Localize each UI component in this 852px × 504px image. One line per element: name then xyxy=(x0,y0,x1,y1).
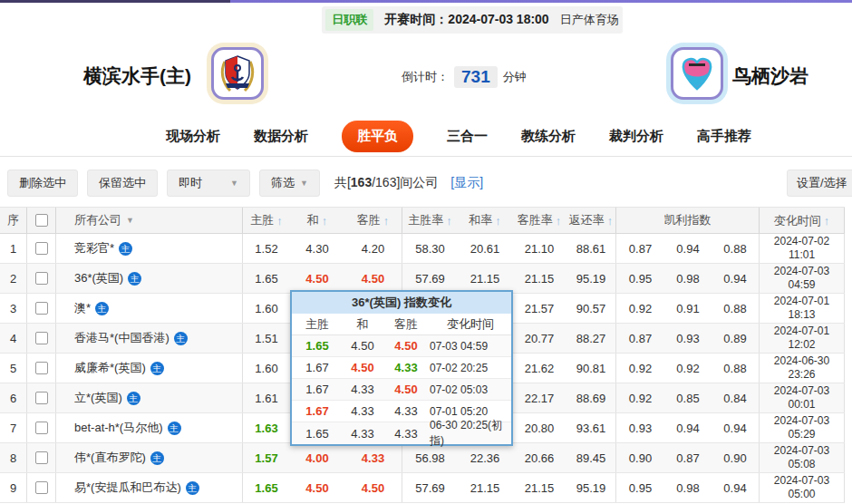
row-checkbox[interactable] xyxy=(35,332,48,344)
company-cell[interactable]: 香港马*(中国香港)主 xyxy=(56,324,243,353)
header-home-odds[interactable]: 主胜↑ xyxy=(243,208,290,233)
sort-up-icon: ↑ xyxy=(824,214,830,228)
away-rate: 21.10 xyxy=(512,234,566,263)
popup-draw-odds: 4.33 xyxy=(343,383,382,396)
home-crest-icon xyxy=(218,53,257,94)
tab-data-analysis[interactable]: 数据分析 xyxy=(254,128,308,145)
company-name[interactable]: bet-at-h*(马尔他) xyxy=(74,420,163,436)
popup-draw-odds: 4.33 xyxy=(343,427,382,441)
company-name[interactable]: 伟*(直布罗陀) xyxy=(74,450,146,466)
popup-header-draw: 和 xyxy=(343,316,382,333)
home-badge-icon: 主 xyxy=(186,481,199,495)
company-cell[interactable]: 伟*(直布罗陀)主 xyxy=(56,443,243,472)
analysis-nav: 现场分析 数据分析 胜平负 三合一 教练分析 裁判分析 高手推荐 xyxy=(0,116,852,157)
company-name[interactable]: 36*(英国) xyxy=(74,270,123,286)
header-company[interactable]: 所有公司▼ xyxy=(56,208,243,233)
company-cell[interactable]: 易*(安提瓜和巴布达)主 xyxy=(56,473,243,502)
home-team-logo xyxy=(211,47,264,100)
header-checkbox-cell xyxy=(27,208,56,233)
tab-expert-picks[interactable]: 高手推荐 xyxy=(697,128,751,145)
popup-title: 36*(英国) 指数变化 xyxy=(292,292,511,314)
return-rate: 90.57 xyxy=(566,294,616,323)
row-checkbox[interactable] xyxy=(35,481,48,494)
return-rate: 88.61 xyxy=(566,234,616,263)
tab-referee-analysis[interactable]: 裁判分析 xyxy=(609,128,663,145)
change-time: 2024-06-3023:26 xyxy=(760,354,845,383)
away-odds: 4.33 xyxy=(344,443,402,472)
row-index: 1 xyxy=(0,234,27,263)
popup-header-home: 主胜 xyxy=(292,316,343,333)
return-rate: 89.45 xyxy=(566,443,616,472)
home-odds: 1.63 xyxy=(243,413,290,442)
delete-selected-button[interactable]: 删除选中 xyxy=(7,170,78,197)
away-odds: 4.50 xyxy=(344,264,402,293)
company-cell[interactable]: bet-at-h*(马尔他)主 xyxy=(56,413,243,442)
keep-selected-button[interactable]: 保留选中 xyxy=(87,170,158,197)
row-checkbox[interactable] xyxy=(35,451,48,464)
company-filter-icon[interactable]: ▼ xyxy=(126,216,134,225)
header-away-odds[interactable]: 客胜↑ xyxy=(344,208,402,233)
sort-up-icon: ↑ xyxy=(607,214,614,228)
table-row: 8伟*(直布罗陀)主1.574.004.3356.9822.3620.6689.… xyxy=(0,443,845,473)
row-checkbox[interactable] xyxy=(35,392,48,404)
instant-dropdown[interactable]: 即时 ▼ xyxy=(167,170,250,197)
filter-dropdown[interactable]: 筛选 ▼ xyxy=(259,170,320,197)
kelly-3: 0.88 xyxy=(712,234,760,263)
change-time: 2024-07-0211:01 xyxy=(760,234,845,263)
tab-coach-analysis[interactable]: 教练分析 xyxy=(521,128,576,145)
popup-draw-odds: 4.33 xyxy=(343,404,382,418)
header-return-rate[interactable]: 返还率↑ xyxy=(566,208,616,233)
away-odds: 4.50 xyxy=(344,473,402,502)
row-checkbox[interactable] xyxy=(35,362,48,374)
kelly-2: 0.93 xyxy=(664,324,712,353)
company-cell[interactable]: 威廉希*(英国)主 xyxy=(56,354,243,383)
row-checkbox[interactable] xyxy=(35,272,48,285)
tab-win-draw-lose[interactable]: 胜平负 xyxy=(342,121,413,152)
row-checkbox[interactable] xyxy=(35,302,48,315)
header-draw-odds[interactable]: 和↑ xyxy=(290,208,344,233)
kelly-3: 0.94 xyxy=(712,413,760,442)
company-cell[interactable]: 36*(英国)主 xyxy=(56,264,243,293)
row-checkbox-cell xyxy=(27,443,56,472)
row-checkbox-cell xyxy=(27,473,56,502)
row-checkbox[interactable] xyxy=(35,422,48,434)
kelly-1: 0.87 xyxy=(616,234,664,263)
countdown-unit: 分钟 xyxy=(503,69,527,85)
company-name[interactable]: 香港马*(中国香港) xyxy=(74,330,169,346)
row-checkbox-cell xyxy=(27,264,56,293)
select-all-checkbox[interactable] xyxy=(35,214,48,227)
instant-dropdown-label: 即时 xyxy=(179,175,202,191)
company-cell[interactable]: 立*(英国)主 xyxy=(56,383,243,412)
header-seq: 序 xyxy=(0,208,27,233)
tab-live-analysis[interactable]: 现场分析 xyxy=(166,128,220,145)
company-name[interactable]: 澳* xyxy=(74,300,91,316)
tab-three-in-one[interactable]: 三合一 xyxy=(447,128,488,145)
change-time: 2024-07-0305:08 xyxy=(760,443,845,472)
popup-header: 主胜 和 客胜 变化时间 xyxy=(292,314,511,335)
header-away-rate[interactable]: 客胜率↑ xyxy=(512,208,566,233)
company-name[interactable]: 易*(安提瓜和巴布达) xyxy=(74,480,181,496)
row-checkbox-cell xyxy=(27,413,56,442)
header-home-rate[interactable]: 主胜率↑ xyxy=(402,208,458,233)
settings-select-button[interactable]: 设置/选择 xyxy=(787,170,852,197)
popup-change-time: 07-02 20:25 xyxy=(430,362,511,374)
popup-home-odds: 1.67 xyxy=(292,383,343,396)
kelly-1: 0.92 xyxy=(616,354,664,383)
draw-odds: 4.30 xyxy=(290,234,344,263)
show-link[interactable]: [显示] xyxy=(450,175,483,191)
popup-home-odds: 1.67 xyxy=(292,361,343,374)
company-name[interactable]: 竞彩官* xyxy=(74,240,114,257)
company-cell[interactable]: 澳*主 xyxy=(56,294,243,323)
draw-rate: 21.15 xyxy=(458,473,512,502)
away-rate: 20.66 xyxy=(512,443,566,472)
popup-home-odds: 1.67 xyxy=(292,404,343,418)
company-name[interactable]: 威廉希*(英国) xyxy=(74,360,146,376)
company-name[interactable]: 立*(英国) xyxy=(74,390,122,406)
company-cell[interactable]: 竞彩官*主 xyxy=(56,234,243,263)
popup-away-odds: 4.33 xyxy=(382,361,430,374)
header-change-time[interactable]: 变化时间↑ xyxy=(760,208,845,233)
row-checkbox[interactable] xyxy=(35,242,48,255)
home-odds: 1.61 xyxy=(243,383,290,412)
kelly-1: 0.90 xyxy=(616,443,664,472)
header-draw-rate[interactable]: 和率↑ xyxy=(458,208,512,233)
